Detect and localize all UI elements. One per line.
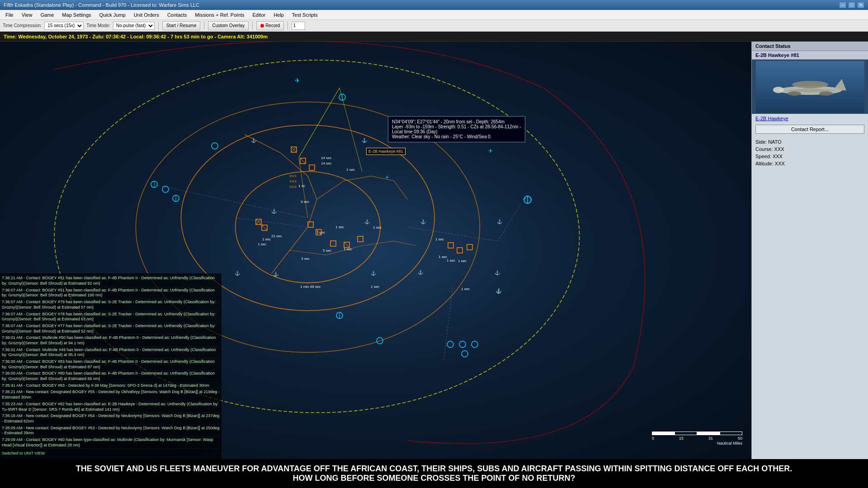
enemy-unit-1[interactable] <box>255 219 262 226</box>
time-label-18: 1 sec <box>458 259 467 263</box>
start-resume-button[interactable]: Start / Resume <box>162 21 201 30</box>
menu-test-scripts[interactable]: Test Scripts <box>288 11 321 19</box>
time-label-1: 14 sec <box>321 156 332 160</box>
menu-quick-jump[interactable]: Quick Jump <box>96 11 129 19</box>
log-entry-6: 7:36:01 AM - Contact: Multirole #49 has … <box>2 347 220 359</box>
custom-overlay-button[interactable]: Custom Overlay <box>208 21 249 30</box>
friendly-unit-8[interactable] <box>458 340 467 349</box>
svg-point-31 <box>462 351 468 357</box>
enemy-unit-5[interactable] <box>330 240 336 248</box>
time-label-16: 3 sec <box>301 257 310 261</box>
friendly-unit-10[interactable] <box>461 350 469 359</box>
svg-point-30 <box>472 341 478 347</box>
time-label-20: 1 sec <box>461 287 470 291</box>
maximize-button[interactable]: □ <box>848 2 855 8</box>
tooltip-line3: Local time 09:36 (Day) <box>392 129 521 134</box>
friendly-unit-4[interactable] <box>172 194 180 203</box>
enemy-unit-2[interactable] <box>261 225 268 232</box>
svg-line-11 <box>443 287 453 361</box>
unit-label-friendly: ~ <box>524 197 526 201</box>
svg-line-45 <box>344 242 349 248</box>
tooltip-line4: Weather: Clear sky - No rain - 25°C - Wi… <box>392 134 521 139</box>
anchor-icon-7: ⚓ <box>273 272 278 277</box>
scale-bar: 0 15 31 50 Nautical Miles <box>652 432 742 446</box>
friendly-unit-1[interactable] <box>338 93 346 102</box>
unit-enemy-3[interactable] <box>308 164 316 172</box>
enemy-unit-4[interactable] <box>316 229 322 236</box>
friendly-unit-3[interactable] <box>161 185 170 194</box>
svg-point-57 <box>773 87 784 93</box>
svg-line-42 <box>316 230 321 235</box>
log-entry-11: 7:35:23 AM - Contact: BOGEY #82 has been… <box>2 401 220 413</box>
menu-editor[interactable]: Editor <box>249 11 269 19</box>
log-entry-8: 7:36:00 AM - Contact: BOGEY #80 has been… <box>2 371 220 382</box>
enemy-unit-10[interactable] <box>467 244 473 251</box>
menu-file[interactable]: File <box>2 11 17 19</box>
menu-missions-ref-points[interactable]: Missions + Ref. Points <box>191 11 248 19</box>
map-area[interactable]: XXXXXXXXX E-2B Hawkeye #81 14 sec 14 sec… <box>0 42 751 459</box>
enemy-unit-9[interactable] <box>457 247 463 254</box>
menu-unit-orders[interactable]: Unit Orders <box>130 11 163 19</box>
compass-symbol-1: ✈ <box>295 77 300 84</box>
contact-speed: Speed: XXX <box>755 153 864 160</box>
menu-help[interactable]: Help <box>270 11 288 19</box>
unit-label-xxx: XXXXXXXXX <box>289 173 297 189</box>
tooltip-line2: Layer -93m to -159m - Strength: 0.51 - C… <box>392 124 521 129</box>
friendly-unit-2[interactable] <box>150 180 158 189</box>
scale-line: 0 15 31 50 <box>652 432 742 441</box>
contact-link[interactable]: E-2B Hawkeye <box>752 114 868 123</box>
menu-contacts[interactable]: Contacts <box>164 11 190 19</box>
time-compression-label: Time Compression: <box>3 23 42 28</box>
contact-altitude: Altitude: XXX <box>755 160 864 167</box>
toolbar: Time Compression: 15 secs (15x) Time Mod… <box>0 20 868 32</box>
anchor-icon-11: ⚓ <box>495 270 500 275</box>
friendly-unit-6[interactable] <box>335 311 344 320</box>
scale-mark-0: 0 <box>652 436 654 441</box>
friendly-unit-7[interactable] <box>446 340 454 349</box>
time-mode-label: Time Mode: <box>86 23 110 28</box>
svg-rect-49 <box>467 244 472 250</box>
time-label-10: 1 sec <box>335 225 344 229</box>
time-label-6: 1 sec <box>262 237 271 241</box>
compass-symbol-2: ✈ <box>488 148 493 154</box>
svg-point-29 <box>459 341 466 347</box>
svg-point-56 <box>819 91 833 96</box>
contact-name: E-2B Hawkeye #81 <box>752 51 868 60</box>
menu-game[interactable]: Game <box>37 11 57 19</box>
time-label-3: 1 sec <box>346 168 355 172</box>
contact-side: Side: NATO <box>755 138 864 145</box>
time-mode-select[interactable]: No-pulse (fast) <box>113 22 155 30</box>
unit-enemy-2[interactable] <box>299 157 307 165</box>
time-label-2: 14 sec <box>321 161 332 165</box>
record-button[interactable]: Record <box>256 21 284 30</box>
enemy-unit-8[interactable] <box>448 242 454 249</box>
enemy-unit-7[interactable] <box>357 236 363 243</box>
anchor-icon-13: ⚓ <box>496 288 501 293</box>
anchor-icon-12: ⚓ <box>497 219 502 224</box>
minimize-button[interactable]: ─ <box>839 2 846 8</box>
friendly-unit-5[interactable] <box>211 142 219 151</box>
friendly-unit-12[interactable] <box>376 337 384 346</box>
aircraft-image <box>756 61 864 113</box>
anchor-icon-9: ⚓ <box>418 270 423 275</box>
menu-map-settings[interactable]: Map Settings <box>58 11 94 19</box>
anchor-icon-8: ⚓ <box>371 271 376 276</box>
anchor-icon-1: ⚓ <box>251 138 256 143</box>
enemy-unit-3[interactable] <box>307 221 314 229</box>
time-compression-select[interactable]: 15 secs (15x) <box>44 22 84 30</box>
time-label-19: 1 sec <box>371 285 379 289</box>
svg-rect-40 <box>308 222 313 227</box>
unit-enemy-1[interactable] <box>290 146 297 154</box>
enemy-unit-6[interactable] <box>344 242 350 249</box>
contact-report-button[interactable]: Contact Report... <box>755 125 864 134</box>
log-entry-2: 7:36:07 AM - Contact: BOGEY #79 has been… <box>2 299 220 311</box>
e2b-contact-label[interactable]: E-2B Hawkeye #81 <box>366 148 406 155</box>
svg-rect-46 <box>358 236 363 242</box>
svg-line-4 <box>299 88 340 158</box>
log-panel: 7:36:21 AM - Contact: BOGEY #51 has been… <box>0 273 222 459</box>
script-number-input[interactable] <box>292 22 305 30</box>
friendly-unit-9[interactable] <box>471 340 479 349</box>
menu-view[interactable]: View <box>18 11 36 19</box>
time-label-5: 3 sec <box>301 200 309 204</box>
close-button[interactable]: ✕ <box>857 2 864 8</box>
